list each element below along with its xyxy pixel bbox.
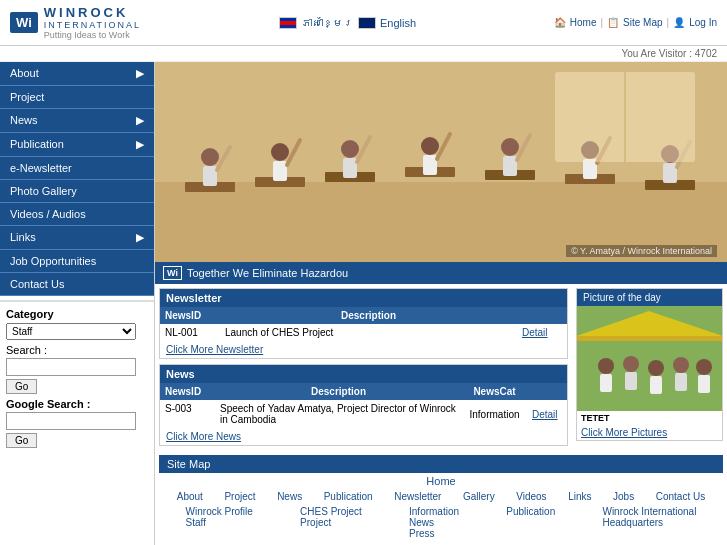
svg-rect-35 bbox=[600, 374, 612, 392]
sidebar-item-photo-gallery[interactable]: Photo Gallery bbox=[0, 180, 154, 203]
footer-link-contact[interactable]: Contact Us bbox=[656, 491, 705, 502]
press-link[interactable]: Press bbox=[409, 528, 459, 539]
lang-khmer-text[interactable]: ភាសាខ្មែរ bbox=[301, 17, 354, 29]
login-icon: 👤 bbox=[673, 17, 685, 28]
svg-rect-41 bbox=[675, 373, 687, 391]
svg-rect-37 bbox=[625, 372, 637, 390]
category-select[interactable]: Staff Project All bbox=[6, 323, 136, 340]
login-link[interactable]: Log In bbox=[689, 17, 717, 28]
click-more-newsletter-link[interactable]: Click More Newsletter bbox=[166, 344, 263, 355]
news-header: News bbox=[160, 365, 567, 383]
logo-sub: Putting Ideas to Work bbox=[44, 30, 141, 40]
footer-link-newsletter[interactable]: Newsletter bbox=[394, 491, 441, 502]
footer-sub-links: Winrock Profile Staff CHES Project Proje… bbox=[159, 504, 723, 541]
sidebar-item-jobs[interactable]: Job Opportunities bbox=[0, 250, 154, 273]
home-link[interactable]: Home bbox=[570, 17, 597, 28]
logo-box: Wi bbox=[10, 12, 38, 33]
svg-rect-16 bbox=[343, 158, 357, 178]
svg-point-18 bbox=[421, 137, 439, 155]
cell-description: Speech of Yadav Amatya, Project Director… bbox=[215, 400, 462, 428]
click-more-news-link[interactable]: Click More News bbox=[166, 431, 241, 442]
top-nav: 🏠 Home | 📋 Site Map | 👤 Log In bbox=[554, 17, 717, 28]
svg-point-12 bbox=[271, 143, 289, 161]
sitemap-icon: 📋 bbox=[607, 17, 619, 28]
sitemap-link[interactable]: Site Map bbox=[623, 17, 662, 28]
pod-image bbox=[577, 306, 722, 411]
google-go-button[interactable]: Go bbox=[6, 433, 37, 448]
sitemap-header: Site Map bbox=[159, 455, 723, 473]
sidebar-item-links[interactable]: Links ▶ bbox=[0, 226, 154, 250]
language-selector[interactable]: ភាសាខ្មែរ English bbox=[279, 17, 416, 29]
svg-rect-43 bbox=[698, 375, 710, 393]
click-more-pictures-link[interactable]: Click More Pictures bbox=[577, 425, 722, 440]
footer-link-publication[interactable]: Publication bbox=[324, 491, 373, 502]
svg-rect-22 bbox=[503, 156, 517, 176]
information-link[interactable]: Information bbox=[409, 506, 459, 517]
detail-link[interactable]: Detail bbox=[522, 327, 548, 338]
sidebar-category-section: Category Staff Project All Search : Go G… bbox=[0, 300, 154, 454]
winrock-profile-link[interactable]: Winrock Profile bbox=[186, 506, 253, 517]
th-description: Description bbox=[220, 307, 517, 324]
hero-image: © Y. Amatya / Winrock International bbox=[155, 62, 727, 262]
table-row: S-003 Speech of Yadav Amatya, Project Di… bbox=[160, 400, 567, 428]
logo-text: WINROCK INTERNATIONAL Putting Ideas to W… bbox=[44, 5, 141, 40]
footer-link-news[interactable]: News bbox=[277, 491, 302, 502]
arrow-icon: ▶ bbox=[136, 231, 144, 244]
footer-link-links[interactable]: Links bbox=[568, 491, 591, 502]
sidebar-item-project[interactable]: Project bbox=[0, 86, 154, 109]
sidebar-item-enewsletter[interactable]: e-Newsletter bbox=[0, 157, 154, 180]
th-description: Description bbox=[215, 383, 462, 400]
th-detail bbox=[517, 307, 567, 324]
pod-header: Picture of the day bbox=[577, 289, 722, 306]
logo-intl: INTERNATIONAL bbox=[44, 20, 141, 30]
sitemap-home: Home bbox=[159, 473, 723, 489]
visitor-bar: You Are Visitor : 4702 bbox=[0, 46, 727, 62]
svg-point-40 bbox=[673, 357, 689, 373]
sitemap-home-link[interactable]: Home bbox=[426, 475, 455, 487]
right-column: Picture of the day bbox=[572, 284, 727, 455]
table-row: NL-001 Launch of CHES Project Detail bbox=[160, 324, 567, 341]
google-search-input[interactable] bbox=[6, 412, 136, 430]
sidebar-item-publication[interactable]: Publication ▶ bbox=[0, 133, 154, 157]
svg-rect-28 bbox=[663, 163, 677, 183]
footer-link-videos[interactable]: Videos bbox=[516, 491, 546, 502]
publication-link[interactable]: Publication bbox=[506, 506, 555, 517]
detail-link[interactable]: Detail bbox=[532, 409, 558, 420]
main-content: © Y. Amatya / Winrock International Wi T… bbox=[155, 62, 727, 545]
news-link[interactable]: News bbox=[409, 517, 459, 528]
ches-project-link[interactable]: CHES Project bbox=[300, 506, 362, 517]
th-detail bbox=[527, 383, 567, 400]
lang-english-text[interactable]: English bbox=[380, 17, 416, 29]
footer-links-sub: Winrock International Headquarters bbox=[602, 506, 696, 539]
go-button[interactable]: Go bbox=[6, 379, 37, 394]
footer-publication-sub: Publication bbox=[506, 506, 555, 539]
footer-link-jobs[interactable]: Jobs bbox=[613, 491, 634, 502]
svg-point-36 bbox=[623, 356, 639, 372]
svg-point-15 bbox=[341, 140, 359, 158]
home-icon: 🏠 bbox=[554, 17, 566, 28]
svg-rect-39 bbox=[650, 376, 662, 394]
sidebar-item-about[interactable]: About ▶ bbox=[0, 62, 154, 86]
sidebar-item-contact[interactable]: Contact Us bbox=[0, 273, 154, 296]
search-input[interactable] bbox=[6, 358, 136, 376]
category-label: Category bbox=[6, 308, 148, 320]
footer-link-project[interactable]: Project bbox=[224, 491, 255, 502]
winrock-intl-link[interactable]: Winrock International bbox=[602, 506, 696, 517]
svg-point-38 bbox=[648, 360, 664, 376]
project-link[interactable]: Project bbox=[300, 517, 362, 528]
footer-link-gallery[interactable]: Gallery bbox=[463, 491, 495, 502]
svg-rect-19 bbox=[423, 155, 437, 175]
arrow-icon: ▶ bbox=[136, 114, 144, 127]
main-layout: About ▶ Project News ▶ Publication ▶ e-N… bbox=[0, 62, 727, 545]
th-newscat: NewsCat bbox=[462, 383, 527, 400]
sidebar-item-news[interactable]: News ▶ bbox=[0, 109, 154, 133]
footer-link-about[interactable]: About bbox=[177, 491, 203, 502]
google-search-label: Google Search : bbox=[6, 398, 148, 410]
headquarters-link[interactable]: Headquarters bbox=[602, 517, 696, 528]
newsletter-header: Newsletter bbox=[160, 289, 567, 307]
sidebar-item-videos[interactable]: Videos / Audios bbox=[0, 203, 154, 226]
footer-project-sub: CHES Project Project bbox=[300, 506, 362, 539]
svg-point-42 bbox=[696, 359, 712, 375]
sitemap-area: Site Map Home About Project News Publica… bbox=[155, 455, 727, 541]
staff-link[interactable]: Staff bbox=[186, 517, 253, 528]
